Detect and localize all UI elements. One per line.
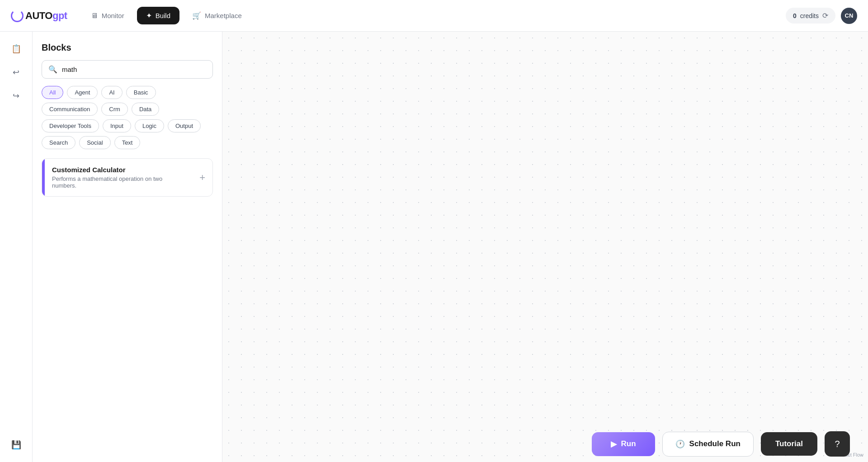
nav-monitor[interactable]: 🖥 Monitor — [82, 7, 133, 24]
credits-badge: 0 credits ⟳ — [786, 8, 835, 24]
refresh-icon[interactable]: ⟳ — [822, 11, 828, 20]
search-box: 🔍 — [42, 60, 213, 79]
header: AUTOgpt 🖥 Monitor ✦ Build 🛒 Marketplace … — [0, 0, 868, 32]
filter-chip-all[interactable]: All — [42, 86, 63, 99]
header-right: 0 credits ⟳ CN — [786, 8, 857, 24]
save-icon: 💾 — [11, 440, 21, 450]
monitor-icon: 🖥 — [91, 12, 98, 20]
filter-chip-social[interactable]: Social — [79, 136, 110, 149]
filter-chip-basic[interactable]: Basic — [126, 86, 156, 99]
search-icon: 🔍 — [48, 65, 57, 74]
clock-icon: 🕐 — [675, 439, 685, 449]
block-card-add-button[interactable]: + — [192, 159, 212, 196]
marketplace-icon: 🛒 — [192, 11, 201, 20]
nav-marketplace[interactable]: 🛒 Marketplace — [183, 7, 251, 24]
nav-monitor-label: Monitor — [102, 12, 124, 19]
blocks-list: Customized Calculator Performs a mathema… — [42, 158, 213, 197]
run-play-icon: ▶ — [611, 439, 617, 449]
logo[interactable]: AUTOgpt — [11, 9, 67, 22]
search-input[interactable] — [62, 66, 206, 73]
toolbar-save[interactable]: 💾 — [6, 435, 26, 455]
help-button[interactable]: ? — [825, 431, 850, 457]
logo-icon — [11, 9, 24, 22]
filter-chip-crm[interactable]: Crm — [101, 103, 128, 116]
filter-chip-developer_tools[interactable]: Developer Tools — [42, 119, 99, 132]
toolbar-redo[interactable]: ↪ — [6, 86, 26, 106]
tutorial-label: Tutorial — [775, 439, 803, 448]
filter-chip-search[interactable]: Search — [42, 136, 75, 149]
block-card-body: Customized Calculator Performs a mathema… — [45, 159, 192, 196]
filter-chips: AllAgentAIBasicCommunicationCrmDataDevel… — [42, 86, 213, 149]
nav-build[interactable]: ✦ Build — [137, 7, 179, 24]
blocks-panel: Blocks 🔍 AllAgentAIBasicCommunicationCrm… — [33, 32, 222, 462]
blocks-title: Blocks — [42, 42, 213, 53]
filter-chip-output[interactable]: Output — [168, 119, 201, 132]
filter-chip-communication[interactable]: Communication — [42, 103, 98, 116]
user-avatar[interactable]: CN — [841, 8, 857, 24]
left-toolbar: 📋 ↩ ↪ 💾 — [0, 32, 33, 462]
undo-icon: ↩ — [13, 67, 19, 77]
logo-text: AUTOgpt — [25, 10, 67, 22]
filter-chip-agent[interactable]: Agent — [67, 86, 98, 99]
run-button[interactable]: ▶ Run — [592, 432, 655, 456]
tutorial-button[interactable]: Tutorial — [761, 432, 817, 456]
block-card-title: Customized Calculator — [52, 166, 185, 174]
filter-chip-data[interactable]: Data — [132, 103, 159, 116]
schedule-label: Schedule Run — [689, 439, 741, 448]
main-nav: 🖥 Monitor ✦ Build 🛒 Marketplace — [82, 7, 786, 24]
schedule-run-button[interactable]: 🕐 Schedule Run — [662, 432, 754, 457]
filter-chip-text[interactable]: Text — [114, 136, 141, 149]
help-icon: ? — [835, 439, 840, 449]
build-icon: ✦ — [146, 11, 152, 20]
nav-marketplace-label: Marketplace — [205, 12, 242, 19]
toolbar-undo[interactable]: ↩ — [6, 62, 26, 82]
credits-count: 0 — [793, 12, 797, 19]
run-label: Run — [621, 439, 636, 448]
clipboard-icon: 📋 — [11, 44, 21, 54]
credits-label: credits — [800, 12, 819, 19]
redo-icon: ↪ — [13, 91, 19, 101]
filter-chip-ai[interactable]: AI — [101, 86, 122, 99]
nav-build-label: Build — [156, 12, 170, 19]
filter-chip-input[interactable]: Input — [103, 119, 131, 132]
block-card-description: Performs a mathematical operation on two… — [52, 175, 185, 189]
canvas-area[interactable]: React Flow — [222, 32, 868, 462]
main-layout: 📋 ↩ ↪ 💾 Blocks 🔍 AllAgentAIBasicCommunic… — [0, 32, 868, 462]
block-card-customized-calculator: Customized Calculator Performs a mathema… — [42, 158, 213, 197]
filter-chip-logic[interactable]: Logic — [135, 119, 164, 132]
toolbar-clipboard[interactable]: 📋 — [6, 39, 26, 59]
